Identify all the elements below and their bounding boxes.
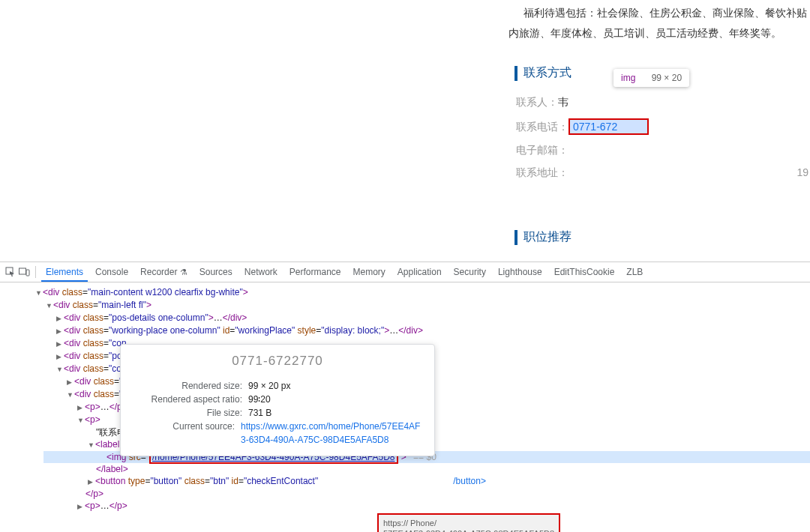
page-content: 福利待遇包括：社会保险、住房公积金、商业保险、餐饮补贴 内旅游、年度体检、员工培… — [0, 0, 810, 262]
dom-node[interactable]: <div class="main-left fl"> — [44, 299, 810, 312]
contact-phone-value: 0771-672 — [573, 121, 617, 133]
tab-application[interactable]: Application — [393, 263, 446, 281]
section-title-reco: 职位推荐 — [524, 229, 572, 245]
tab-zlb[interactable]: ZLB — [622, 263, 647, 281]
dom-node[interactable]: <button type="button" class="btn" id="ch… — [44, 475, 810, 488]
tab-console[interactable]: Console — [91, 263, 133, 281]
popover-rendered-size-label: Rendered size: — [134, 379, 248, 393]
tab-lighthouse[interactable]: Lighthouse — [494, 263, 547, 281]
popover-source-link[interactable]: https://www.gxrc.com/home/Phone/57EE4AF3… — [241, 420, 421, 447]
tooltip-dimensions: 99 × 20 — [652, 73, 682, 83]
contact-phone-label: 联系电话： — [516, 121, 568, 133]
page-left-empty — [0, 0, 508, 262]
status-url-line2: 57EE4AF3-63D4-490A-A75C-98D4E5AFA5D8 — [383, 528, 554, 532]
contact-phone-row: 联系电话：0771-672 — [508, 114, 810, 139]
tab-network[interactable]: Network — [240, 263, 282, 281]
image-preview-popover: 0771-6722770 Rendered size:99 × 20 px Re… — [120, 344, 435, 456]
popover-source-label: Current source: — [134, 420, 241, 447]
contact-address-label: 联系地址： — [516, 166, 568, 178]
tooltip-tag: img — [621, 73, 635, 83]
tab-elements[interactable]: Elements — [41, 263, 88, 282]
contact-phone-highlight[interactable]: 0771-672 — [568, 118, 649, 135]
popover-aspect-ratio-value: 99∶20 — [248, 393, 271, 406]
tab-recorder[interactable]: Recorder ⚗ — [136, 263, 192, 281]
popover-rendered-size-value: 99 × 20 px — [248, 379, 290, 393]
element-tooltip: img 99 × 20 — [614, 69, 689, 87]
section-bar-icon — [514, 66, 518, 81]
devtools-panel: Elements Console Recorder ⚗ Sources Netw… — [0, 262, 810, 532]
tab-security[interactable]: Security — [449, 263, 490, 281]
benefits-line-1: 福利待遇包括：社会保险、住房公积金、商业保险、餐饮补贴 — [508, 3, 810, 23]
inspect-icon[interactable] — [4, 267, 16, 278]
tab-editthiscookie[interactable]: EditThisCookie — [550, 263, 620, 281]
dom-node[interactable]: <p>…</p> — [44, 500, 810, 513]
dom-node[interactable]: <div class="working-place one-column" id… — [44, 324, 810, 337]
popover-preview-number: 0771-6722770 — [134, 355, 421, 367]
toolbar-separator — [35, 266, 36, 278]
section-title-contact: 联系方式 — [524, 65, 572, 81]
devtools-toolbar: Elements Console Recorder ⚗ Sources Netw… — [0, 262, 810, 282]
dom-tree[interactable]: <div class="main-content w1200 clearfix … — [0, 282, 810, 513]
page-right-panel: 福利待遇包括：社会保险、住房公积金、商业保险、餐饮补贴 内旅游、年度体检、员工培… — [508, 0, 810, 262]
dom-node[interactable]: </label> — [44, 463, 810, 475]
contact-address-row: 联系地址：19 — [508, 162, 810, 184]
tab-memory[interactable]: Memory — [349, 263, 390, 281]
section-header-reco: 职位推荐 — [514, 229, 810, 245]
popover-filesize-value: 731 B — [248, 406, 272, 420]
dom-node[interactable]: <div class="pos-details one-column">…</d… — [44, 312, 810, 324]
tab-sources[interactable]: Sources — [195, 263, 237, 281]
popover-filesize-label: File size: — [134, 406, 248, 420]
svg-rect-2 — [26, 270, 29, 276]
section-bar-icon — [514, 230, 518, 245]
status-bar-url: https:// Phone/ 57EE4AF3-63D4-490A-A75C-… — [377, 513, 560, 532]
svg-rect-1 — [20, 268, 26, 274]
contact-person-label: 联系人： — [516, 96, 558, 108]
popover-aspect-ratio-label: Rendered aspect ratio: — [134, 393, 248, 406]
benefits-line-2: 内旅游、年度体检、员工培训、员工活动经费、年终奖等。 — [508, 23, 810, 43]
device-toolbar-icon[interactable] — [19, 267, 30, 278]
contact-email-row: 电子邮箱： — [508, 139, 810, 162]
contact-person-row: img 99 × 20 联系人：韦 — [508, 91, 810, 114]
dom-node[interactable]: <div class="main-content w1200 clearfix … — [44, 286, 810, 299]
status-url-line1: https:// Phone/ — [383, 518, 554, 528]
tab-performance[interactable]: Performance — [285, 263, 346, 281]
contact-email-label: 电子邮箱： — [516, 144, 568, 156]
contact-person-value: 韦 — [558, 96, 568, 108]
flask-icon: ⚗ — [180, 267, 188, 276]
dom-node[interactable]: </p> — [44, 488, 810, 500]
contact-address-suffix: 19 — [796, 166, 808, 178]
